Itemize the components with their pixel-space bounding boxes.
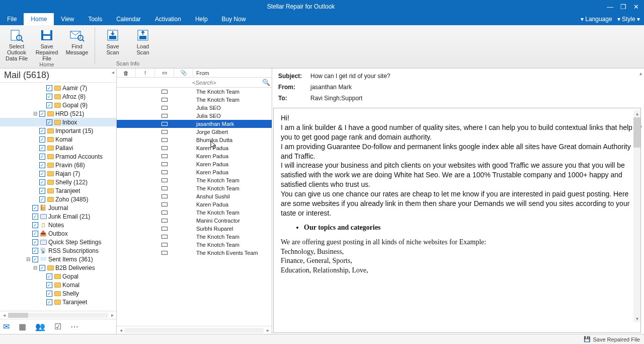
message-body[interactable]: Hi! I am a link builder & I have a good … [273,108,641,333]
window-maximize-button[interactable]: ❐ [620,3,626,11]
folder-checkbox[interactable]: ✓ [39,179,45,185]
folder-hrd-521[interactable]: ⊟✓HRD (521) [0,109,116,118]
find-message-button[interactable]: Find Message [62,27,92,61]
load-scan-button[interactable]: Load Scan [128,27,157,55]
menu-tab-help[interactable]: Help [188,13,215,25]
search-input[interactable] [192,80,262,86]
folder-tree[interactable]: ✓Aamir (7)✓Afroz (8)✓Gopal (9)⊟✓HRD (521… [0,83,116,311]
list-h-scrollbar[interactable]: ◂ ▸ [117,326,272,334]
folder-checkbox[interactable]: ✓ [39,162,45,168]
collapse-icon[interactable]: ⊟ [26,256,31,262]
folder-checkbox[interactable]: ✓ [46,102,52,108]
folder-checkbox[interactable]: ✓ [46,273,52,280]
message-row[interactable]: Julia SEO [117,104,272,112]
folder-checkbox[interactable]: ✓ [32,222,38,228]
message-row[interactable]: The Knotch Team [117,88,272,96]
folder-quick-step-settings[interactable]: ✓Quick Step Settings [0,238,116,246]
folder-checkbox[interactable]: ✓ [39,111,45,117]
folder-outbox[interactable]: ✓📤Outbox [0,229,116,238]
message-row[interactable]: jasanthan Mark [117,120,272,128]
folder-checkbox[interactable]: ✓ [32,214,38,220]
collapse-icon[interactable]: ⊟ [33,265,38,270]
folder-checkbox[interactable]: ✓ [46,291,52,297]
folder-gopal-9[interactable]: ✓Gopal (9) [0,101,116,109]
folder-checkbox[interactable]: ✓ [46,85,52,91]
message-row[interactable]: Anshul Sushil [117,192,272,200]
folder-junk-email-21[interactable]: ✓Junk Email (21) [0,212,116,221]
folder-checkbox[interactable]: ✓ [32,256,38,262]
language-menu[interactable]: ▾ Language [581,16,612,23]
message-row[interactable]: Karen Padua [117,152,272,160]
folder-checkbox[interactable]: ✓ [39,136,45,143]
message-row[interactable]: Manini Contractor [117,217,272,225]
folder-gopal[interactable]: ✓Gopal [0,272,116,281]
scroll-left-icon[interactable]: ◂ [0,312,8,318]
scroll-up-icon[interactable]: ▴ [637,71,644,78]
folder-checkbox[interactable]: ✓ [46,282,52,288]
message-list[interactable]: The Knotch TeamThe Knotch TeamJulia SEOJ… [117,88,272,326]
menu-tab-file[interactable]: File [0,13,24,25]
more-views-icon[interactable]: ⋯ [70,322,78,331]
scroll-left-icon[interactable]: ◂ [117,327,125,333]
message-row[interactable]: The Knotch Team [117,209,272,217]
save-scan-button[interactable]: Save Scan [98,27,127,55]
menu-tab-activation[interactable]: Activation [148,13,188,25]
window-minimize-button[interactable]: — [607,3,613,11]
window-close-button[interactable]: ✕ [633,3,639,11]
folder-checkbox[interactable]: ✓ [32,231,38,237]
folder-checkbox[interactable]: ✓ [39,196,45,202]
folder-checkbox[interactable]: ✓ [46,119,52,125]
message-row[interactable]: The Knotch Team [117,241,272,249]
folder-aamir-7[interactable]: ✓Aamir (7) [0,84,116,92]
body-v-scrollbar[interactable]: ▴ ▾ [633,110,640,322]
folder-checkbox[interactable]: ✓ [46,94,52,100]
message-row[interactable]: Karen Padua [117,200,272,209]
scroll-up-icon[interactable]: ▴ [633,110,640,117]
col-from[interactable]: From [193,68,272,77]
style-menu[interactable]: ▾ Style ▾ [617,16,640,23]
message-row[interactable]: Julia SEO [117,112,272,120]
people-view-icon[interactable]: 👥 [35,322,45,331]
scroll-down-icon[interactable]: ▾ [633,315,640,322]
folder-afroz-8[interactable]: ✓Afroz (8) [0,92,116,101]
folder-komal[interactable]: ✓Komal [0,135,116,144]
folder-journal[interactable]: ✓📔Journal [0,203,116,212]
message-row[interactable]: The Knotch Events Team [117,249,272,257]
message-row[interactable]: The Knotch Team [117,96,272,104]
scroll-right-icon[interactable]: ▸ [108,312,116,318]
menu-tab-home[interactable]: Home [24,13,54,25]
folder-checkbox[interactable]: ✓ [39,171,45,177]
folder-notes[interactable]: ✓🗒Notes [0,221,116,229]
folder-b2b-deliveries[interactable]: ⊟✓B2B Deliveries [0,263,116,272]
search-icon[interactable]: 🔍 [262,79,270,86]
folder-sent-items-361[interactable]: ⊟✓📨Sent Items (361) [0,255,116,263]
mail-view-icon[interactable]: ✉ [3,322,10,331]
message-row[interactable]: Surbhi Ruparel [117,225,272,233]
folder-checkbox[interactable]: ✓ [32,239,38,245]
message-row[interactable]: Bhumika Dutta [117,136,272,144]
message-row[interactable]: Karen Padua [117,160,272,168]
menu-tab-buy-now[interactable]: Buy Now [215,13,253,25]
folder-rajan-7[interactable]: ✓Rajan (7) [0,169,116,178]
col-doc[interactable]: ▭ [155,68,174,77]
folder-checkbox[interactable]: ✓ [32,205,38,211]
folder-shelly[interactable]: ✓Shelly [0,289,116,298]
folder-checkbox[interactable]: ✓ [39,128,45,134]
folder-taranjeet[interactable]: ✓Taranjeet [0,298,116,306]
list-header[interactable]: 🗑 ! ▭ 📎 From [117,68,272,78]
menu-tab-tools[interactable]: Tools [81,13,109,25]
menu-tab-calendar[interactable]: Calendar [109,13,148,25]
folder-inbox[interactable]: ✓Inbox [0,118,116,126]
tasks-view-icon[interactable]: ☑ [54,322,61,331]
message-row[interactable]: The Knotch Team [117,184,272,192]
select-file-button[interactable]: Select Outlook Data File [2,27,31,61]
nav-h-scrollbar[interactable]: ◂ ▸ [0,311,116,319]
folder-important-15[interactable]: ✓Important (15) [0,126,116,135]
calendar-view-icon[interactable]: ▦ [19,322,26,331]
message-row[interactable]: The Knotch Team [117,176,272,184]
folder-pramod-accounts[interactable]: ✓Pramod Accounts [0,152,116,161]
message-row[interactable]: The Knotch Team [117,233,272,241]
folder-checkbox[interactable]: ✓ [46,299,52,305]
folder-checkbox[interactable]: ✓ [39,145,45,151]
folder-komal[interactable]: ✓Komal [0,281,116,289]
